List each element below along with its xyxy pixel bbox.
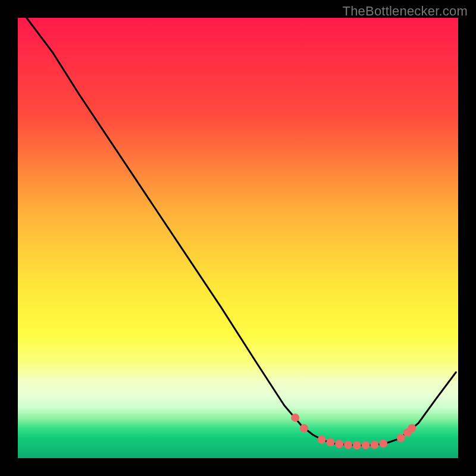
- curve-marker: [344, 441, 352, 449]
- bottleneck-curve: [18, 18, 458, 458]
- curve-marker: [335, 440, 343, 448]
- curve-marker: [397, 434, 405, 442]
- curve-marker: [291, 414, 299, 422]
- curve-marker: [326, 438, 334, 446]
- curve-marker: [300, 424, 308, 433]
- attribution-label: TheBottlenecker.com: [343, 4, 468, 19]
- plot-area: [18, 18, 458, 458]
- curve-marker: [379, 440, 387, 448]
- curve-marker: [318, 436, 326, 444]
- curve-marker: [370, 440, 378, 449]
- curve-marker: [408, 424, 416, 433]
- curve-marker: [362, 441, 370, 449]
- curve-marker: [353, 441, 361, 450]
